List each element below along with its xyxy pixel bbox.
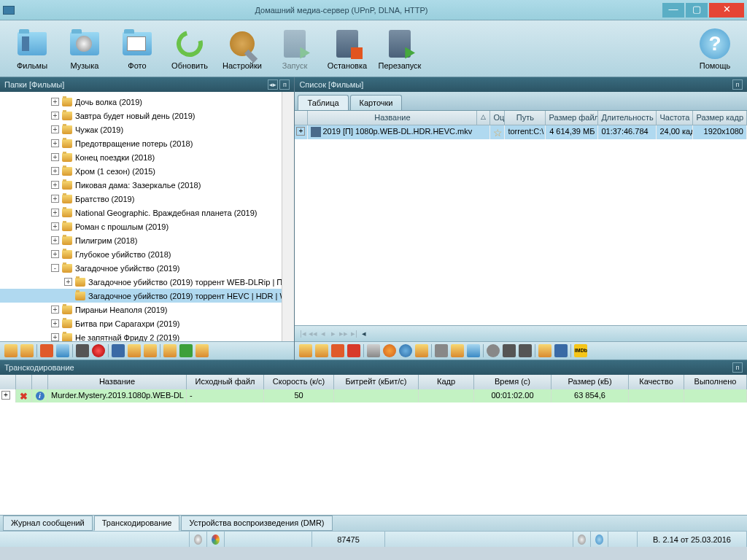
r-gear-icon[interactable] (367, 344, 380, 357)
nav-fwd-icon[interactable]: ▸ (328, 329, 338, 338)
refresh-button[interactable]: Обновить (163, 28, 216, 70)
grid-row[interactable]: + 2019 [П] 1080p.WEB-DL.HDR.HEVC.mkv ☆ t… (295, 125, 747, 139)
transcoding-row[interactable]: + ✖ i Murder.Mystery.2019.1080p.WEB-DL -… (0, 389, 747, 402)
r-screen-icon[interactable] (519, 344, 532, 357)
r-device-icon[interactable] (503, 344, 516, 357)
maximize-button[interactable]: ▢ (686, 3, 708, 18)
tree-item[interactable]: +Битва при Сарагахри (2019) (0, 316, 294, 330)
tree-item[interactable]: Загадочное убийство (2019) торрент HEVC … (0, 289, 294, 303)
folder-action2-icon[interactable] (144, 344, 157, 357)
nav-fastfwd-icon[interactable]: ▸▸ (338, 329, 349, 338)
tree-item[interactable]: +Дочь волка (2019) (0, 95, 294, 109)
music-button[interactable]: Музыка (58, 28, 111, 70)
settings-button[interactable]: Настройки (216, 28, 268, 70)
col-sort-icon[interactable]: △ (477, 111, 490, 125)
col-freq[interactable]: Частота (657, 111, 693, 125)
stop-button[interactable]: Остановка (321, 28, 374, 70)
start-button[interactable]: Запуск (268, 28, 321, 70)
tab-table[interactable]: Таблица (298, 95, 348, 110)
films-button[interactable]: Фильмы (6, 28, 58, 70)
tv-icon[interactable] (76, 344, 89, 357)
tree-item[interactable]: +Глубокое убийство (2018) (0, 247, 294, 261)
r-globe-icon[interactable] (467, 344, 480, 357)
col-framesize[interactable]: Размер кадр (693, 111, 747, 125)
trow-cancel-icon[interactable]: ✖ (20, 391, 28, 402)
tcol-done[interactable]: Выполнено (684, 375, 747, 389)
nav-back-icon[interactable]: ◂ (318, 329, 328, 338)
tree-item[interactable]: +Не запятнай Фриду 2 (2019) (0, 330, 294, 341)
tree-item[interactable]: +National Geographic. Враждебная планета… (0, 206, 294, 219)
tab-transcoding[interactable]: Транскодирование (94, 516, 180, 531)
tree-item[interactable]: +Пилигрим (2018) (0, 233, 294, 247)
grid-body[interactable]: + 2019 [П] 1080p.WEB-DL.HDR.HEVC.mkv ☆ t… (295, 125, 747, 325)
minimize-button[interactable]: — (662, 3, 684, 18)
r-add-icon[interactable] (299, 344, 312, 357)
tree-item[interactable]: +Загадочное убийство (2019) торрент WEB-… (0, 275, 294, 289)
lifebuoy-icon[interactable] (92, 344, 105, 357)
tree-expander-icon[interactable]: + (51, 181, 59, 189)
restart-button[interactable]: Перезапуск (374, 28, 426, 70)
r-tools-icon[interactable] (435, 344, 448, 357)
tree-item[interactable]: +Хром (1 сезон) (2015) (0, 164, 294, 178)
help-button[interactable]: ? Помощь (689, 28, 741, 70)
tree-item[interactable]: +Братство (2019) (0, 192, 294, 206)
tree-expander-icon[interactable]: + (51, 195, 59, 203)
tcol-name[interactable]: Название (48, 375, 187, 389)
tree-item[interactable]: +Роман с прошлым (2019) (0, 219, 294, 233)
new-folder-icon[interactable] (4, 344, 18, 357)
pane-nav-prev[interactable]: ◂▸ (268, 79, 278, 90)
sb-grey-icon[interactable] (578, 534, 586, 545)
transcoding-grid-body[interactable]: + ✖ i Murder.Mystery.2019.1080p.WEB-DL -… (0, 389, 747, 515)
close-button[interactable]: ✕ (709, 3, 744, 18)
tcol-source[interactable]: Исходный файл (187, 375, 264, 389)
delete-icon[interactable] (40, 344, 53, 357)
tree-expander-icon[interactable]: + (51, 250, 59, 258)
tree-item[interactable]: -Загадочное убийство (2019) (0, 261, 294, 275)
tree-expander-icon[interactable]: + (51, 306, 59, 314)
imdb-icon[interactable]: IMDb (574, 344, 587, 357)
col-name[interactable]: Название (308, 111, 477, 125)
r-folder2-icon[interactable] (451, 344, 464, 357)
tcol-bitrate[interactable]: Битрейт (кБит/с) (334, 375, 419, 389)
sb-disc-icon[interactable] (194, 534, 202, 545)
tree-expander-icon[interactable]: + (51, 222, 59, 230)
nav-refresh-icon[interactable]: ◂ (359, 329, 369, 338)
folder-action4-icon[interactable] (196, 344, 209, 357)
tab-dmr[interactable]: Устройства воспроизведения (DMR) (181, 516, 332, 531)
r-star-icon[interactable] (415, 344, 428, 357)
pane-pin-icon[interactable]: п (279, 79, 290, 90)
tree-expander-icon[interactable]: - (51, 264, 59, 272)
tree-item[interactable]: +Завтра будет новый день (2019) (0, 109, 294, 122)
open-folder-icon[interactable] (20, 344, 34, 357)
tree-expander-icon[interactable]: + (51, 98, 59, 106)
col-duration[interactable]: Длительность (598, 111, 657, 125)
tcol-speed[interactable]: Скорость (к/с) (264, 375, 334, 389)
tab-log[interactable]: Журнал сообщений (3, 516, 93, 531)
col-path[interactable]: Путь (505, 111, 546, 125)
tree-expander-icon[interactable]: + (51, 112, 59, 120)
r-x-icon[interactable] (347, 344, 360, 357)
sb-globe-icon[interactable] (595, 534, 603, 545)
folder-tree[interactable]: +Дочь волка (2019)+Завтра будет новый де… (0, 92, 294, 341)
r-delete-icon[interactable] (331, 344, 344, 357)
nav-fastback-icon[interactable]: ◂◂ (308, 329, 318, 338)
r-action-icon[interactable] (538, 344, 551, 357)
col-filesize[interactable]: Размер файл (546, 111, 598, 125)
tcol-quality[interactable]: Качество (629, 375, 684, 389)
r-info-icon[interactable] (399, 344, 412, 357)
tree-item[interactable]: +Пиковая дама: Зазеркалье (2018) (0, 178, 294, 192)
row-expander-icon[interactable]: + (296, 127, 305, 136)
tree-item[interactable]: +Пираньи Неаполя (2019) (0, 303, 294, 316)
trans-pin-icon[interactable]: п (732, 362, 743, 373)
green-action-icon[interactable] (179, 344, 193, 357)
nav-last-icon[interactable]: ▸| (349, 329, 359, 338)
tree-item[interactable]: +Чужак (2019) (0, 122, 294, 136)
tree-item[interactable]: +Конец поездки (2018) (0, 150, 294, 164)
folder-action-icon[interactable] (128, 344, 141, 357)
photo-button[interactable]: Фото (111, 28, 163, 70)
tree-expander-icon[interactable]: + (51, 125, 59, 133)
tree-expander-icon[interactable]: + (51, 333, 59, 341)
tab-cards[interactable]: Карточки (350, 95, 403, 110)
weather-icon[interactable] (56, 344, 69, 357)
tree-expander-icon[interactable]: + (51, 153, 59, 161)
